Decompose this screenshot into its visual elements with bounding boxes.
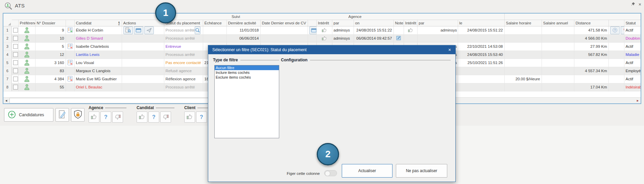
- col-header-col[interactable]: [66, 20, 74, 26]
- note-icon[interactable]: [396, 37, 402, 41]
- close-icon[interactable]: ×: [639, 2, 641, 7]
- col-header-par[interactable]: par: [332, 20, 354, 26]
- row-number: 6: [3, 67, 11, 75]
- placement-status: Pas encore contacté: [166, 61, 201, 65]
- placement-status-lookup-button[interactable]: [195, 26, 200, 34]
- client-unknown-button[interactable]: ?: [196, 111, 207, 123]
- cell-name: Élodie H Corbin: [74, 26, 122, 34]
- cell-le: [458, 34, 504, 42]
- scroll-left-icon[interactable]: ◄: [3, 98, 9, 103]
- row-checkbox[interactable]: [13, 52, 18, 57]
- cell-actions: [122, 42, 164, 50]
- candidate-name: Lou Visual: [76, 61, 94, 65]
- agence-thumb-down-button[interactable]: [112, 111, 123, 123]
- candidat-unknown-button[interactable]: ?: [148, 111, 159, 123]
- col-header-e-che-ance[interactable]: Échéance: [203, 20, 226, 26]
- candidate-status: Indésirable: [626, 85, 641, 89]
- update-button[interactable]: Actualiser: [342, 164, 392, 178]
- dialog-close-icon[interactable]: ×: [446, 45, 453, 54]
- cell-ric: ?: [609, 26, 624, 34]
- freeze-column-toggle[interactable]: [324, 170, 337, 176]
- filter-type-listbox[interactable]: Aucun filtreInclure items cochésExclure …: [214, 65, 279, 138]
- candidatures-button[interactable]: Candidatures: [4, 108, 53, 122]
- placement-status: Processus arrêté: [166, 53, 195, 57]
- col-header-dernie-re-activite[interactable]: Dernière activité: [226, 20, 260, 26]
- action-open-folder-button[interactable]: [134, 26, 143, 34]
- col-header-actions[interactable]: Actions: [122, 20, 164, 26]
- cell-name: Laetitia Lewis: [74, 50, 122, 59]
- dialog-title-bar[interactable]: Sélectionner un filtre (SEC021): Statut …: [208, 45, 455, 54]
- row-checkbox[interactable]: [13, 44, 18, 49]
- select-all-corner[interactable]: [3, 14, 11, 26]
- col-header-note[interactable]: Note: [393, 20, 404, 26]
- row-checkbox[interactable]: [13, 68, 18, 73]
- candidat-thumb-down-button[interactable]: [160, 111, 171, 123]
- row-checkbox[interactable]: [13, 36, 18, 41]
- col-header-col[interactable]: [308, 20, 316, 26]
- col-header-par[interactable]: par: [417, 20, 458, 26]
- col-header-statut[interactable]: Statut: [624, 20, 641, 26]
- pin-icon[interactable]: [631, 2, 635, 7]
- rating-group-label: Client: [184, 105, 195, 110]
- notes-button[interactable]: [55, 108, 69, 122]
- agence-unknown-button[interactable]: ?: [100, 111, 111, 123]
- col-header-on[interactable]: on: [354, 20, 393, 26]
- cell-on1: 06/06/2014 09:42:57: [354, 34, 393, 42]
- col-header-le[interactable]: le: [458, 20, 504, 26]
- cell-dist: [574, 59, 609, 67]
- col-header-col[interactable]: [11, 20, 18, 26]
- col-header-pre-fe-renc[interactable]: Préférenc...: [18, 20, 35, 26]
- col-header-distance[interactable]: Distance: [574, 20, 609, 26]
- col-header-salaire-annuel[interactable]: Salaire annuel: [542, 20, 574, 26]
- cell-chk: [11, 26, 18, 34]
- row-checkbox[interactable]: [13, 85, 18, 89]
- candidate-status: Doublon: [626, 36, 640, 40]
- agence-thumb-up-button[interactable]: [89, 111, 99, 123]
- col-header-inte-re-t[interactable]: Intérêt: [316, 20, 332, 26]
- col-header-salaire-horaire[interactable]: Salaire horaire: [504, 20, 542, 26]
- map-pin-button[interactable]: [621, 26, 624, 34]
- table-row[interactable]: 210Gilles D SimardProcessus arrêté06/06/…: [3, 34, 641, 42]
- row-folder-button[interactable]: [309, 26, 317, 34]
- cell-statut: Indésirable: [624, 83, 641, 91]
- cell-sp: Refusé agence: [164, 67, 203, 75]
- col-header-date-dernier-envoi-de-cv[interactable]: Date Dernier envoi de CV: [260, 20, 308, 26]
- filter-option[interactable]: Exclure items cochés: [215, 75, 279, 80]
- filter-option[interactable]: Inclure items cochés: [215, 70, 279, 75]
- action-preview-cv-button[interactable]: [123, 26, 133, 34]
- placement-status: Réflexion agence: [166, 77, 196, 81]
- filter-option[interactable]: Aucun filtre: [215, 65, 279, 70]
- group-header-col: [11, 14, 164, 20]
- candidate-person-icon: [24, 87, 30, 91]
- col-header-inte-re-t[interactable]: Intérêt: [404, 20, 417, 26]
- help-circle-button[interactable]: ?: [610, 26, 620, 34]
- table-row[interactable]: 19Élodie H CorbinProcessus arrêté11/01/2…: [3, 26, 641, 34]
- row-checkbox[interactable]: [13, 60, 18, 65]
- col-header-col[interactable]: [609, 20, 624, 26]
- cell-int1: [316, 26, 332, 34]
- col-header-candidat[interactable]: Candidat▲2: [74, 20, 122, 26]
- row-number: 7: [3, 75, 11, 83]
- cell-dossier: 3 160: [35, 59, 66, 67]
- action-send-cv-button[interactable]: [144, 26, 154, 34]
- row-checkbox[interactable]: [13, 28, 18, 33]
- security-button[interactable]: [71, 108, 85, 122]
- scroll-right-icon[interactable]: ►: [635, 98, 641, 103]
- cell-dossier: 83: [35, 67, 66, 75]
- candidat-thumb-up-button[interactable]: [137, 111, 147, 123]
- svg-text:?: ?: [614, 28, 616, 32]
- cell-chk: [11, 83, 18, 91]
- col-header-n-dossier[interactable]: N° Dossier: [35, 20, 66, 26]
- ats-logo-icon: [4, 2, 13, 12]
- cell-pref: [18, 67, 35, 75]
- no-update-button[interactable]: Ne pas actualiser: [396, 164, 447, 178]
- scrollbar-thumb[interactable]: [9, 98, 237, 103]
- placement-status: Refusé agence: [166, 69, 192, 73]
- cell-ric: [609, 83, 624, 91]
- candidate-person-icon: [24, 70, 30, 75]
- thumb-up-icon: [139, 114, 145, 121]
- cell-sp: Processus arrêté: [164, 26, 203, 34]
- row-checkbox[interactable]: [13, 77, 18, 81]
- client-thumb-up-button[interactable]: [184, 111, 195, 123]
- cell-sala: [542, 50, 574, 59]
